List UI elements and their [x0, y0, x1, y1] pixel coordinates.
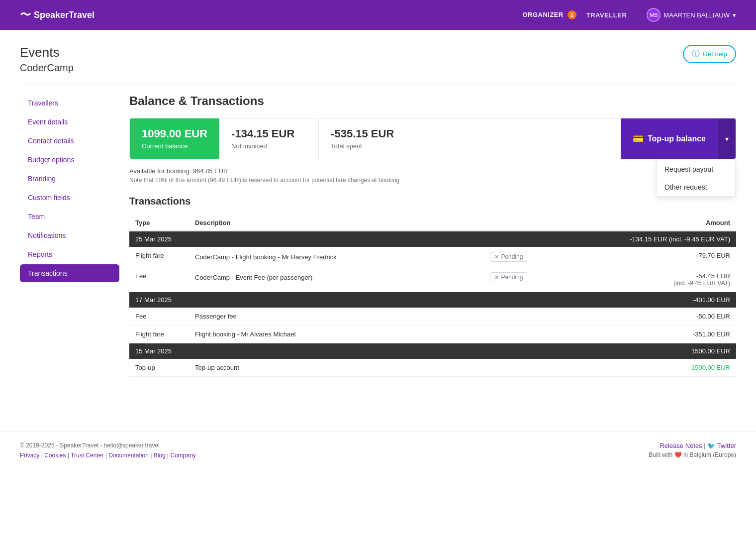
page-title: Events	[20, 45, 74, 60]
topup-label: Top-up balance	[648, 134, 706, 143]
date-amount-cell: -401.00 EUR	[533, 292, 736, 308]
nav-organizer[interactable]: ORGANIZER 1	[522, 10, 576, 19]
privacy-link[interactable]: Privacy	[20, 452, 39, 459]
total-spent-label: Total spent	[331, 142, 406, 150]
company-link[interactable]: Company	[170, 452, 195, 459]
desc-pending-container: Passenger fee	[195, 313, 527, 320]
twitter-icon: 🐦	[707, 442, 715, 449]
avatar: MB	[647, 8, 661, 22]
pending-badge: ✕ Pending	[490, 272, 527, 282]
date-amount-cell: -134.15 EUR (incl. -9.45 EUR VAT)	[533, 231, 736, 247]
balance-cards: 1099.00 EUR Current balance -134.15 EUR …	[129, 118, 736, 159]
amount-value: -54.45 EUR	[539, 272, 730, 280]
twitter-link[interactable]: Twitter	[717, 442, 736, 449]
table-row: Flight fare Flight booking - Mr Alvares …	[129, 325, 736, 343]
current-balance-label: Current balance	[142, 142, 207, 150]
total-spent-card: -535.15 EUR Total spent	[319, 118, 418, 159]
sidebar-item-custom-fields[interactable]: Custom fields	[20, 189, 119, 207]
desc-text: CoderCamp - Event Fee (per passenger)	[195, 274, 312, 281]
sidebar-item-event-details[interactable]: Event details	[20, 113, 119, 131]
amount-cell: -50.00 EUR	[533, 308, 736, 325]
desc-cell: Flight booking - Mr Alvares Michael	[189, 325, 533, 343]
amount-value: -351.00 EUR	[539, 330, 730, 338]
date-amount-cell: 1500.00 EUR	[533, 343, 736, 359]
built-with: Built with ❤️ in Belgium (Europe)	[649, 451, 736, 458]
desc-pending-container: CoderCamp - Flight booking - Mr Harvey F…	[195, 252, 527, 262]
desc-cell: Passenger fee	[189, 308, 533, 325]
table-row: Fee Passenger fee -50.00 EUR	[129, 308, 736, 325]
amount-value: -79.70 EUR	[539, 252, 730, 259]
logo[interactable]: 〜 SpeakerTravel	[20, 7, 94, 22]
desc-pending-container: CoderCamp - Event Fee (per passenger) ✕ …	[195, 272, 527, 282]
pending-badge: ✕ Pending	[490, 252, 527, 262]
type-cell: Fee	[129, 267, 189, 292]
col-amount: Amount	[533, 215, 736, 231]
sidebar-item-notifications[interactable]: Notifications	[20, 226, 119, 244]
user-menu[interactable]: MB MAARTEN BALLIAUW ▾	[647, 8, 736, 22]
pending-icon: ✕	[494, 254, 499, 260]
table-row: Flight fare CoderCamp - Flight booking -…	[129, 247, 736, 267]
page-divider	[20, 84, 736, 84]
date-cell: 17 Mar 2025	[129, 292, 533, 308]
balance-section-title: Balance & Transactions	[129, 94, 736, 108]
chevron-down-icon: ▾	[725, 135, 729, 143]
desc-text: Flight booking - Mr Alvares Michael	[195, 330, 295, 338]
sidebar-item-transactions[interactable]: Transactions	[20, 264, 119, 282]
page-titles: Events CoderCamp	[20, 45, 74, 74]
topup-icon: 💳	[633, 133, 644, 144]
pending-label: Pending	[501, 253, 523, 260]
pending-icon: ✕	[494, 274, 499, 281]
main-layout: Travellers Event details Contact details…	[20, 94, 736, 377]
desc-text: CoderCamp - Flight booking - Mr Harvey F…	[195, 253, 337, 261]
trust-center-link[interactable]: Trust Center	[71, 452, 103, 459]
cookies-link[interactable]: Cookies	[44, 452, 66, 459]
topup-balance-button[interactable]: 💳 Top-up balance	[621, 118, 718, 159]
not-invoiced-amount: -134.15 EUR	[231, 127, 306, 140]
footer-links: Privacy | Cookies | Trust Center | Docum…	[20, 452, 196, 459]
organizer-label: ORGANIZER	[522, 11, 564, 18]
blog-link[interactable]: Blog	[154, 452, 166, 459]
amount-cell: 1500.00 EUR	[533, 359, 736, 377]
desc-cell: CoderCamp - Event Fee (per passenger) ✕ …	[189, 267, 533, 292]
other-request-item[interactable]: Other request	[657, 178, 735, 196]
sidebar-item-travellers[interactable]: Travellers	[20, 94, 119, 112]
documentation-link[interactable]: Documentation	[108, 452, 149, 459]
chevron-down-icon: ▾	[733, 11, 736, 19]
header: 〜 SpeakerTravel ORGANIZER 1 TRAVELLER MB…	[0, 0, 756, 30]
table-row: Fee CoderCamp - Event Fee (per passenger…	[129, 267, 736, 292]
page-container: Events CoderCamp ⓘ Get help Travellers E…	[0, 30, 756, 392]
date-cell: 25 Mar 2025	[129, 231, 533, 247]
page-subtitle: CoderCamp	[20, 62, 74, 74]
sidebar-item-branding[interactable]: Branding	[20, 170, 119, 188]
header-nav: ORGANIZER 1 TRAVELLER MB MAARTEN BALLIAU…	[522, 8, 736, 22]
nav-traveller[interactable]: TRAVELLER	[586, 11, 627, 19]
col-description: Description	[189, 215, 533, 231]
sidebar-item-budget-options[interactable]: Budget options	[20, 151, 119, 169]
built-in-text: in Belgium (Europe)	[683, 451, 736, 458]
total-spent-amount: -535.15 EUR	[331, 127, 406, 140]
sidebar-item-team[interactable]: Team	[20, 208, 119, 225]
date-cell: 15 Mar 2025	[129, 343, 533, 359]
amount-cell: -79.70 EUR	[533, 247, 736, 267]
built-with-text: Built with	[649, 451, 672, 458]
help-icon: ⓘ	[692, 49, 700, 59]
main-content: Balance & Transactions 1099.00 EUR Curre…	[129, 94, 736, 377]
not-invoiced-card: -134.15 EUR Not invoiced	[219, 118, 319, 159]
current-balance-amount: 1099.00 EUR	[142, 127, 207, 140]
logo-text: SpeakerTravel	[34, 10, 94, 20]
date-row: 25 Mar 2025 -134.15 EUR (incl. -9.45 EUR…	[129, 231, 736, 247]
get-help-button[interactable]: ⓘ Get help	[683, 45, 736, 63]
transactions-table: Type Description Amount 25 Mar 2025 -134…	[129, 215, 736, 377]
user-name: MAARTEN BALLIAUW	[663, 11, 730, 19]
footer: © 2019-2025 - SpeakerTravel - hello@spea…	[0, 432, 756, 474]
sidebar-item-contact-details[interactable]: Contact details	[20, 132, 119, 150]
footer-left: © 2019-2025 - SpeakerTravel - hello@spea…	[20, 442, 196, 459]
not-invoiced-label: Not invoiced	[231, 142, 306, 150]
transactions-title: Transactions	[129, 196, 736, 207]
sidebar-item-reports[interactable]: Reports	[20, 245, 119, 263]
topup-menu: Request payout Other request	[656, 160, 736, 197]
avatar-initials: MB	[650, 12, 658, 18]
request-payout-item[interactable]: Request payout	[657, 160, 735, 178]
release-notes-link[interactable]: Release Notes	[660, 442, 702, 449]
topup-dropdown-arrow[interactable]: ▾	[718, 118, 736, 159]
